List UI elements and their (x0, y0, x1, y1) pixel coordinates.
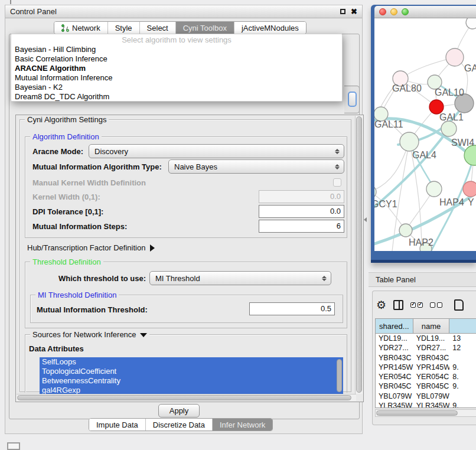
network-window-titlebar[interactable] (374, 6, 476, 18)
close-icon[interactable]: ✖ (351, 8, 357, 15)
network-node[interactable] (464, 145, 476, 165)
network-node-label: GAL4 (412, 150, 436, 160)
settings-horizontal-scrollbar[interactable] (17, 394, 356, 401)
table-cell: YLR345W (376, 401, 413, 408)
network-node[interactable] (400, 132, 419, 151)
columns-icon[interactable] (393, 300, 403, 310)
data-attribute-item[interactable]: TopologicalCoefficient (40, 367, 343, 376)
table-cell: 12 (449, 343, 476, 353)
dpi-tolerance-field[interactable]: 0.0 (259, 205, 344, 218)
attribute-list-scrollbar[interactable] (337, 359, 342, 392)
algorithm-option[interactable]: Bayesian - Hill Climbing (11, 45, 342, 54)
tab-style[interactable]: Style (108, 22, 140, 34)
table-cell: YBR045C (413, 381, 450, 391)
algorithm-option[interactable]: Dream8 DC_TDC Algorithm (11, 92, 342, 102)
minimize-traffic-light[interactable] (390, 8, 397, 15)
mi-threshold-label: Mutual Information Threshold: (37, 305, 148, 314)
table-row[interactable]: YBL079WYBL079W (376, 392, 476, 401)
table-column-header[interactable]: name (413, 319, 450, 333)
tab-jactivemnodules-label: jActiveMNodules (242, 24, 299, 32)
network-node[interactable] (446, 48, 464, 66)
table-row[interactable]: YBR043CYBR043C (376, 353, 476, 363)
tab-cyni-toolbox[interactable]: Cyni Toolbox (176, 22, 234, 34)
algorithm-dropdown-popup: Select algorithm to view settings Bayesi… (11, 34, 343, 102)
table-panel: ⚙ shared...name YDL19...YDL19...13YDR27.… (372, 291, 476, 425)
float-window-icon[interactable] (340, 9, 345, 14)
zoom-traffic-light[interactable] (402, 8, 409, 15)
table-row[interactable]: YBR045CYBR045C9. (376, 381, 476, 391)
table-row[interactable]: YDL19...YDL19...13 (376, 334, 476, 343)
minimized-panel-chip[interactable] (7, 442, 20, 450)
table-cell: YLR345W (413, 401, 450, 408)
mi-threshold-field[interactable]: 0.5 (249, 302, 335, 315)
mi-threshold-group: MI Threshold Definition Mutual Informati… (30, 295, 343, 323)
network-node[interactable] (441, 121, 457, 136)
table-cell: 9. (449, 401, 476, 408)
close-traffic-light[interactable] (379, 8, 386, 15)
algorithm-option[interactable]: Mutual Information Inference (11, 73, 342, 83)
network-icon (61, 24, 69, 32)
algorithm-option[interactable]: Bayesian - K2 (11, 83, 342, 92)
table-column-header[interactable]: shared... (376, 319, 413, 333)
tab-infer-network[interactable]: Infer Network (213, 419, 272, 431)
checked-checkbox-pair-icon[interactable] (410, 302, 423, 308)
table-row[interactable]: YDR27...YDR27...12 (376, 343, 476, 353)
network-node[interactable] (466, 18, 476, 29)
aracne-mode-combobox[interactable]: Discovery (89, 144, 344, 158)
tab-impute-data[interactable]: Impute Data (89, 419, 146, 431)
apply-button[interactable]: Apply (158, 404, 200, 418)
data-attributes-list[interactable]: SelfLoopsTopologicalCoefficientBetweenne… (40, 357, 343, 395)
tab-cyni-toolbox-label: Cyni Toolbox (183, 24, 227, 32)
manual-kernel-checkbox[interactable] (333, 178, 341, 187)
tab-jactivemnodules[interactable]: jActiveMNodules (234, 22, 306, 34)
table-panel-header[interactable]: Table Panel (369, 272, 476, 287)
data-attributes-label: Data Attributes (29, 344, 84, 353)
tab-select-label: Select (147, 24, 168, 32)
network-node[interactable] (426, 181, 442, 197)
table-cell: YBR043C (413, 353, 450, 363)
aracne-mode-label: Aracne Mode: (32, 147, 83, 156)
network-node[interactable] (374, 185, 376, 198)
table-column-header[interactable] (449, 319, 476, 333)
data-attribute-item[interactable]: BetweennessCentrality (40, 376, 343, 386)
sources-group: Sources for Network Inference Data Attri… (25, 334, 347, 393)
inference-algorithm-combobox[interactable] (344, 86, 360, 113)
table-cell: YDL19... (376, 334, 413, 343)
network-node-label: GAL80 (392, 83, 422, 93)
settings-vertical-scrollbar[interactable] (355, 116, 363, 394)
table-horizontal-scrollbar[interactable] (375, 409, 476, 417)
kernel-width-field[interactable]: 0.0 (259, 190, 344, 203)
unchecked-checkbox-pair-icon[interactable] (430, 302, 442, 308)
splitter-collapse-handle[interactable] (364, 217, 367, 222)
network-node[interactable] (399, 224, 412, 237)
tab-select[interactable]: Select (140, 22, 176, 34)
algorithm-option[interactable]: Basic Correlation Inference (11, 54, 342, 64)
table-cell: YDR27... (413, 343, 450, 353)
table-row[interactable]: YPR145WYPR145W9. (376, 363, 476, 372)
table-row[interactable]: YLR345WYLR345W9. (376, 401, 476, 408)
network-canvas[interactable]: GALGAL80GAL10GAL1GAL11SWI4GAL4GCY1HAP4YH… (374, 18, 476, 251)
network-node-label: HAP2 (409, 237, 433, 247)
hub-definition-toggle[interactable]: Hub/Transcription Factor Definition (27, 242, 155, 253)
mi-steps-field[interactable]: 6 (259, 220, 344, 233)
tab-network[interactable]: Network (54, 22, 108, 34)
network-node-label: SWI4 (451, 138, 474, 148)
new-table-icon[interactable] (454, 299, 464, 311)
table-cell: YER054C (376, 372, 413, 381)
algorithm-definition-title: Algorithm Definition (30, 132, 102, 141)
network-node[interactable] (463, 181, 476, 197)
sources-group-title[interactable]: Sources for Network Inference (30, 330, 149, 339)
which-threshold-combobox[interactable]: MI Threshold (149, 271, 331, 285)
hub-definition-label: Hub/Transcription Factor Definition (27, 243, 145, 252)
algorithm-option[interactable]: ARACNE Algorithm (11, 64, 342, 73)
network-node-label: Y (468, 197, 474, 207)
table-row[interactable]: YER054CYER054C8. (376, 372, 476, 381)
tab-discretize-data[interactable]: Discretize Data (146, 419, 213, 431)
table-cell: 9. (449, 363, 476, 372)
control-panel-titlebar[interactable]: Control Panel ✖ (5, 5, 362, 18)
mi-type-combobox[interactable]: Naive Bayes (168, 159, 344, 174)
gear-icon[interactable]: ⚙ (376, 299, 386, 311)
collapse-down-icon (140, 333, 147, 337)
table-toolbar: ⚙ (376, 295, 475, 315)
data-attribute-item[interactable]: SelfLoops (40, 357, 343, 367)
